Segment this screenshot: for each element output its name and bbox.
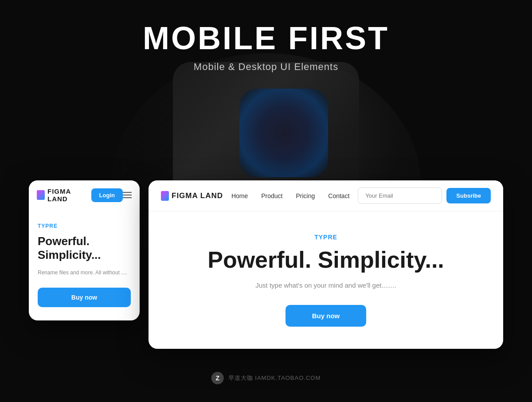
desktop-hero-content: TYPRE Powerful. Simplicity... Just type … [149, 211, 503, 349]
hero-subtitle: Mobile & Desktop UI Elements [0, 61, 532, 73]
mobile-logo: FIGMA LAND [37, 187, 91, 203]
mobile-hero-title-line2: Simplicity... [38, 248, 101, 261]
hero-section: MOBILE FIRST Mobile & Desktop UI Element… [0, 22, 532, 73]
mobile-hero-content: TYPRE Powerful. Simplicity... Rename fil… [29, 210, 140, 320]
logo-icon [37, 190, 45, 200]
mobile-hero-desc: Rename files and more. All without .... [38, 269, 131, 277]
desktop-hero-desc: Just type what's on your mind and we'll … [175, 281, 477, 289]
watermark-icon: Z [211, 372, 224, 384]
nav-contact[interactable]: Contact [328, 192, 349, 199]
mobile-logo-text: FIGMA LAND [47, 187, 91, 203]
desktop-logo-text: FIGMA LAND [172, 191, 223, 200]
mobile-hero-title: Powerful. Simplicity... [38, 234, 131, 262]
desktop-nav-right: Subsribe [358, 187, 491, 204]
hamburger-icon[interactable] [123, 192, 132, 198]
mobile-navbar: FIGMA LAND Login [29, 180, 140, 210]
nav-home[interactable]: Home [231, 192, 248, 199]
nav-pricing[interactable]: Pricing [296, 192, 315, 199]
desktop-hero-title: Powerful. Simplicity... [175, 247, 477, 273]
bg-phone-camera [239, 89, 328, 177]
mobile-card: FIGMA LAND Login TYPRE Powerful. Simplic… [29, 180, 140, 320]
mobile-buy-button[interactable]: Buy now [38, 288, 131, 307]
hamburger-line-3 [123, 197, 132, 198]
subscribe-button[interactable]: Subsribe [446, 188, 491, 203]
email-input[interactable] [358, 187, 442, 204]
desktop-buy-button[interactable]: Buy now [286, 305, 367, 327]
watermark: Z 早道大咖 IAMDK.TAOBAO.COM [211, 372, 321, 384]
desktop-card: FIGMA LAND Home Product Pricing Contact … [149, 180, 503, 349]
hamburger-line-1 [123, 192, 132, 193]
desktop-nav-links: Home Product Pricing Contact [231, 192, 350, 199]
mobile-hero-title-line1: Powerful. [38, 234, 90, 248]
watermark-text: 早道大咖 IAMDK.TAOBAO.COM [228, 374, 321, 382]
login-button[interactable]: Login [91, 188, 123, 202]
desktop-logo-icon [161, 191, 169, 201]
desktop-logo: FIGMA LAND [161, 191, 223, 201]
desktop-navbar: FIGMA LAND Home Product Pricing Contact … [149, 180, 503, 211]
hamburger-line-2 [123, 195, 132, 195]
mobile-typre-label: TYPRE [38, 223, 131, 229]
cards-container: FIGMA LAND Login TYPRE Powerful. Simplic… [29, 180, 503, 349]
nav-product[interactable]: Product [261, 192, 282, 199]
desktop-typre-label: TYPRE [175, 234, 477, 241]
hero-title: MOBILE FIRST [0, 22, 532, 54]
